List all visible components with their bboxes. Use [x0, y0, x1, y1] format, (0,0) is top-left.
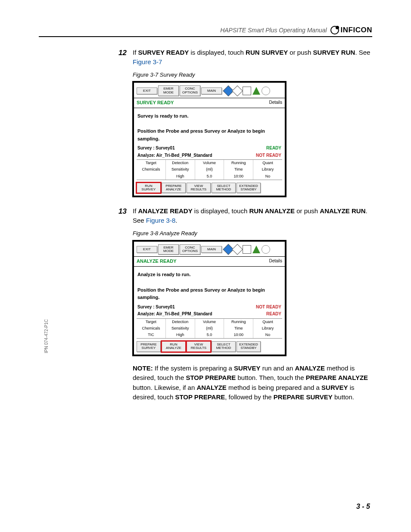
page-header: HAPSITE Smart Plus Operating Manual INFI…: [39, 26, 372, 37]
figure-link[interactable]: Figure 3-7: [133, 58, 162, 65]
warning-icon: [252, 87, 260, 95]
conc-options-button[interactable]: CONC OPTIONS: [180, 85, 200, 96]
figure-3-7: EXIT EMER MODE CONC OPTIONS MAIN SURVEY …: [133, 81, 286, 197]
extended-standby-button[interactable]: EXTENDED STANDBY: [237, 183, 261, 193]
page-number: 3 - 5: [356, 503, 370, 510]
note-block: NOTE: If the system is preparing a SURVE…: [133, 364, 372, 402]
figure-caption: Figure 3-7 Survey Ready: [133, 71, 372, 79]
top-toolbar: EXIT EMER MODE CONC OPTIONS MAIN: [134, 83, 285, 98]
main-button[interactable]: MAIN: [201, 246, 222, 253]
status-icons: [224, 87, 270, 95]
brand-logo: INFICON: [330, 26, 372, 34]
figure-caption: Figure 3-8 Analyze Ready: [133, 230, 372, 238]
prepare-survey-button[interactable]: PREPARE SURVEY: [137, 341, 161, 352]
logo-mark-icon: [330, 26, 339, 34]
figure-3-8: EXIT EMER MODE CONC OPTIONS MAIN ANALYZE…: [133, 240, 286, 356]
ipn-sidebar: IPN 074-472-P1C: [44, 319, 49, 353]
run-analyze-button[interactable]: RUN ANALYZE: [162, 341, 186, 352]
status-row: SURVEY READY Details: [134, 98, 285, 108]
info-icon[interactable]: [232, 244, 243, 255]
params-table: TargetDetectionVolumeRunningQuant Chemic…: [137, 159, 282, 180]
params-table: TargetDetectionVolumeRunningQuant Chemic…: [137, 318, 282, 339]
exit-button[interactable]: EXIT: [137, 87, 157, 94]
warning-icon: [252, 246, 260, 253]
top-toolbar: EXIT EMER MODE CONC OPTIONS MAIN: [134, 242, 285, 257]
battery-icon: [243, 87, 251, 95]
info-icon[interactable]: [232, 85, 243, 96]
status-text: SURVEY READY: [137, 100, 174, 106]
emer-mode-button[interactable]: EMER MODE: [158, 85, 179, 96]
bottom-toolbar: RUN SURVEY PREPARE ANALYZE VIEW RESULTS …: [134, 180, 285, 196]
analyze-notready-flag: NOT READY: [256, 152, 281, 159]
gauge-icon: [262, 87, 270, 95]
main-button[interactable]: MAIN: [201, 87, 222, 94]
gauge-icon: [262, 245, 270, 254]
status-text: ANALYZE READY: [137, 258, 177, 265]
step-13: 13 If ANALYZE READY is displayed, touch …: [116, 206, 372, 225]
battery-icon: [243, 245, 251, 254]
status-row: ANALYZE READY Details: [134, 256, 285, 267]
step-text: If ANALYZE READY is displayed, touch RUN…: [133, 206, 372, 225]
conc-options-button[interactable]: CONC OPTIONS: [180, 244, 200, 255]
survey-notready-flag: NOT READY: [256, 304, 281, 311]
bottom-toolbar: PREPARE SURVEY RUN ANALYZE VIEW RESULTS …: [134, 339, 285, 355]
message-area: Survey is ready to run. Position the Pro…: [134, 108, 285, 144]
view-results-button[interactable]: VIEW RESULTS: [187, 341, 211, 352]
message-area: Analyze is ready to run. Position the Pr…: [134, 267, 285, 303]
figure-link[interactable]: Figure 3-8: [146, 217, 175, 224]
run-survey-button[interactable]: RUN SURVEY: [137, 183, 161, 193]
select-method-button[interactable]: SELECT METHOD: [212, 183, 236, 193]
status-icons: [224, 245, 270, 254]
emer-mode-button[interactable]: EMER MODE: [158, 244, 179, 255]
view-results-button[interactable]: VIEW RESULTS: [187, 183, 211, 193]
analyze-label: Analyze: Air_Tri-Bed_PPM_Standard: [137, 311, 212, 317]
analyze-label: Analyze: Air_Tri-Bed_PPM_Standard: [137, 152, 212, 159]
brand-name: INFICON: [341, 26, 372, 34]
step-number: 12: [116, 48, 127, 67]
select-method-button[interactable]: SELECT METHOD: [212, 341, 236, 352]
exit-button[interactable]: EXIT: [137, 246, 157, 253]
details-link[interactable]: Details: [269, 258, 282, 265]
extended-standby-button[interactable]: EXTENDED STANDBY: [237, 341, 261, 352]
note-label: NOTE:: [133, 364, 153, 372]
step-text: If SURVEY READY is displayed, touch RUN …: [133, 48, 372, 67]
step-12: 12 If SURVEY READY is displayed, touch R…: [116, 48, 372, 67]
prepare-analyze-button[interactable]: PREPARE ANALYZE: [162, 183, 186, 193]
survey-label: Survey : Survey01: [137, 304, 175, 311]
doc-title: HAPSITE Smart Plus Operating Manual: [220, 27, 327, 34]
details-link[interactable]: Details: [269, 100, 282, 106]
survey-ready-flag: READY: [266, 145, 281, 152]
step-number: 13: [116, 206, 127, 225]
analyze-ready-flag: READY: [266, 311, 281, 317]
survey-label: Survey : Survey01: [137, 145, 175, 152]
